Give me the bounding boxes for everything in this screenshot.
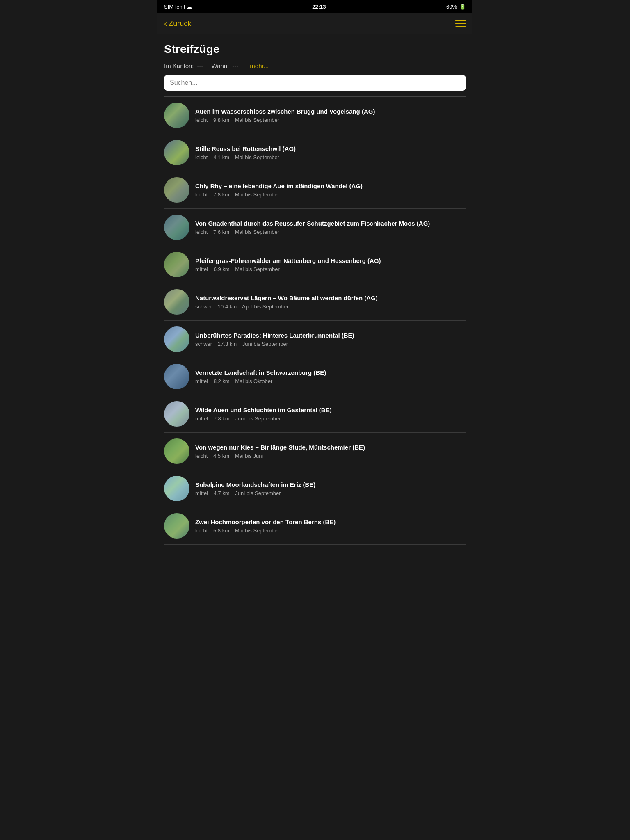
item-thumbnail <box>164 103 189 128</box>
item-distance: 9.8 km <box>213 117 229 123</box>
item-meta: leicht 5.8 km Mai bis September <box>195 527 466 534</box>
item-meta: schwer 17.3 km Juni bis September <box>195 341 466 347</box>
item-distance: 17.3 km <box>218 341 237 347</box>
item-thumbnail <box>164 215 189 240</box>
list-item[interactable]: Vernetzte Landschaft in Schwarzenburg (B… <box>164 358 466 395</box>
item-season: Mai bis September <box>235 117 279 123</box>
item-thumbnail <box>164 513 189 539</box>
item-distance: 7.8 km <box>213 192 229 198</box>
item-difficulty: leicht <box>195 229 208 235</box>
list-item[interactable]: Auen im Wasserschloss zwischen Brugg und… <box>164 97 466 134</box>
item-meta: leicht 9.8 km Mai bis September <box>195 117 466 123</box>
item-distance: 4.5 km <box>213 453 229 459</box>
item-distance: 6.9 km <box>214 266 230 272</box>
chevron-left-icon: ‹ <box>164 18 167 29</box>
item-distance: 10.4 km <box>218 304 237 310</box>
item-info: Unberührtes Paradies: Hinteres Lauterbru… <box>195 331 466 347</box>
item-info: Naturwaldreservat Lägern – Wo Bäume alt … <box>195 294 466 310</box>
item-season: Juni bis September <box>235 415 281 422</box>
item-season: Mai bis September <box>235 192 279 198</box>
item-thumbnail <box>164 476 189 501</box>
item-title: Pfeifengras-Föhrenwälder am Nättenberg u… <box>195 257 466 265</box>
back-label: Zurück <box>169 19 191 28</box>
list-item[interactable]: Von Gnadenthal durch das Reussufer-Schut… <box>164 209 466 246</box>
item-difficulty: leicht <box>195 192 208 198</box>
list-item[interactable]: Naturwaldreservat Lägern – Wo Bäume alt … <box>164 283 466 321</box>
list-item[interactable]: Stille Reuss bei Rottenschwil (AG) leich… <box>164 134 466 171</box>
item-info: Chly Rhy – eine lebendige Aue im ständig… <box>195 182 466 198</box>
item-info: Von wegen nur Kies – Bir länge Stude, Mü… <box>195 443 466 459</box>
item-info: Zwei Hochmoorperlen vor den Toren Berns … <box>195 518 466 534</box>
item-meta: leicht 4.1 km Mai bis September <box>195 154 466 160</box>
item-title: Subalpine Moorlandschaften im Eriz (BE) <box>195 481 466 489</box>
item-title: Zwei Hochmoorperlen vor den Toren Berns … <box>195 518 466 526</box>
filter-row: Im Kanton: --- Wann: --- mehr... <box>164 62 466 69</box>
item-info: Von Gnadenthal durch das Reussufer-Schut… <box>195 219 466 235</box>
status-left: SIM fehlt ☁ <box>164 4 192 10</box>
item-difficulty: mittel <box>195 378 208 384</box>
sim-status: SIM fehlt ☁ <box>164 4 192 10</box>
item-distance: 4.1 km <box>213 154 229 160</box>
item-meta: mittel 6.9 km Mai bis September <box>195 266 466 272</box>
item-meta: leicht 7.6 km Mai bis September <box>195 229 466 235</box>
search-container <box>164 75 466 91</box>
menu-button[interactable] <box>455 20 466 27</box>
item-distance: 7.6 km <box>213 229 229 235</box>
items-list: Auen im Wasserschloss zwischen Brugg und… <box>164 97 466 545</box>
item-meta: leicht 7.8 km Mai bis September <box>195 192 466 198</box>
item-title: Auen im Wasserschloss zwischen Brugg und… <box>195 107 466 116</box>
nav-bar: ‹ Zurück <box>158 13 472 34</box>
wann-value[interactable]: --- <box>232 62 238 69</box>
list-item[interactable]: Subalpine Moorlandschaften im Eriz (BE) … <box>164 470 466 507</box>
item-season: Juni bis September <box>242 341 288 347</box>
item-difficulty: leicht <box>195 117 208 123</box>
menu-line-2 <box>455 23 466 24</box>
battery-level: 60% <box>446 4 457 10</box>
kanton-value[interactable]: --- <box>197 62 203 69</box>
item-info: Vernetzte Landschaft in Schwarzenburg (B… <box>195 369 466 385</box>
item-season: Mai bis September <box>235 527 279 534</box>
item-season: Mai bis September <box>235 229 279 235</box>
page-content: Streifzüge Im Kanton: --- Wann: --- mehr… <box>158 34 472 545</box>
list-item[interactable]: Zwei Hochmoorperlen vor den Toren Berns … <box>164 507 466 545</box>
item-thumbnail <box>164 438 189 464</box>
item-difficulty: schwer <box>195 304 212 310</box>
item-title: Von Gnadenthal durch das Reussufer-Schut… <box>195 219 466 228</box>
item-thumbnail <box>164 289 189 315</box>
item-difficulty: leicht <box>195 154 208 160</box>
item-thumbnail <box>164 326 189 352</box>
item-meta: mittel 8.2 km Mai bis Oktober <box>195 378 466 384</box>
item-difficulty: mittel <box>195 490 208 496</box>
list-item[interactable]: Pfeifengras-Föhrenwälder am Nättenberg u… <box>164 246 466 283</box>
search-input[interactable] <box>164 75 466 91</box>
list-item[interactable]: Wilde Auen und Schluchten im Gasterntal … <box>164 395 466 433</box>
item-difficulty: leicht <box>195 453 208 459</box>
item-title: Chly Rhy – eine lebendige Aue im ständig… <box>195 182 466 190</box>
list-item[interactable]: Chly Rhy – eine lebendige Aue im ständig… <box>164 171 466 209</box>
item-thumbnail <box>164 140 189 165</box>
item-title: Unberührtes Paradies: Hinteres Lauterbru… <box>195 331 466 340</box>
page-title: Streifzüge <box>164 43 466 56</box>
item-season: April bis September <box>242 304 288 310</box>
item-meta: leicht 4.5 km Mai bis Juni <box>195 453 466 459</box>
back-button[interactable]: ‹ Zurück <box>164 18 191 29</box>
item-thumbnail <box>164 177 189 203</box>
mehr-button[interactable]: mehr... <box>250 62 269 69</box>
item-thumbnail <box>164 252 189 277</box>
item-season: Mai bis Oktober <box>235 378 272 384</box>
item-distance: 5.8 km <box>213 527 229 534</box>
item-season: Juni bis September <box>235 490 281 496</box>
item-thumbnail <box>164 401 189 427</box>
item-title: Wilde Auen und Schluchten im Gasterntal … <box>195 406 466 414</box>
item-info: Subalpine Moorlandschaften im Eriz (BE) … <box>195 481 466 497</box>
item-meta: mittel 7.8 km Juni bis September <box>195 415 466 422</box>
item-meta: mittel 4.7 km Juni bis September <box>195 490 466 496</box>
item-difficulty: mittel <box>195 266 208 272</box>
list-item[interactable]: Von wegen nur Kies – Bir länge Stude, Mü… <box>164 433 466 470</box>
item-season: Mai bis Juni <box>235 453 263 459</box>
list-item[interactable]: Unberührtes Paradies: Hinteres Lauterbru… <box>164 321 466 358</box>
item-title: Naturwaldreservat Lägern – Wo Bäume alt … <box>195 294 466 302</box>
item-season: Mai bis September <box>235 266 279 272</box>
status-bar: SIM fehlt ☁ 22:13 60% 🔋 <box>158 0 472 13</box>
item-distance: 8.2 km <box>214 378 230 384</box>
